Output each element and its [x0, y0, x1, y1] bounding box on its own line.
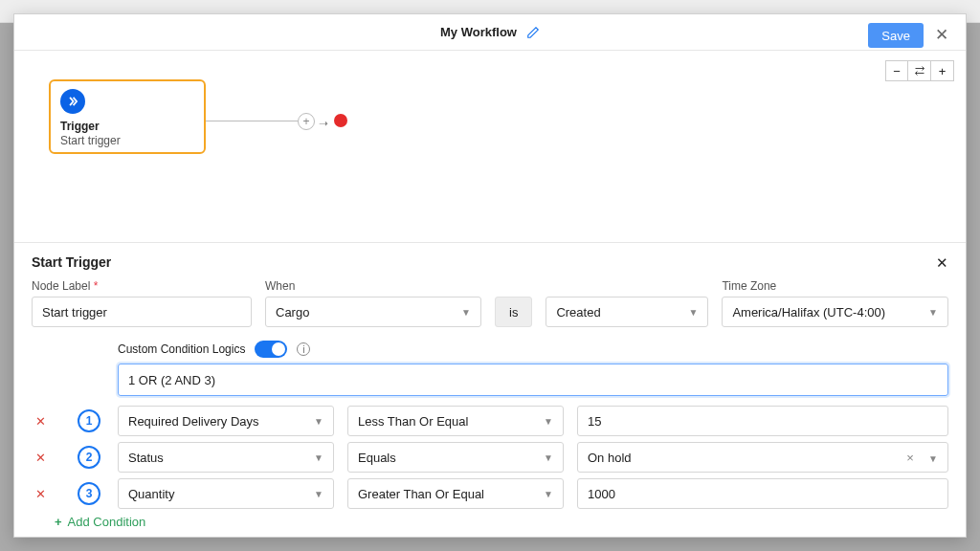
delete-condition-button[interactable]: ✕ [32, 414, 49, 429]
chevron-down-icon: ▼ [314, 416, 323, 427]
save-button[interactable]: Save [868, 23, 924, 48]
is-chip: is [495, 297, 532, 327]
chevron-down-icon: ▼ [928, 307, 938, 318]
config-title: Start Trigger [32, 254, 948, 270]
when-label: When [265, 279, 481, 293]
canvas-toolbar: − + [885, 60, 954, 81]
info-icon[interactable]: i [297, 342, 310, 356]
arrow-icon: ➝ [319, 117, 328, 130]
end-node[interactable] [334, 114, 347, 127]
trigger-node[interactable]: Trigger Start trigger [49, 79, 206, 154]
condition-field-select[interactable]: Quantity▼ [118, 478, 334, 509]
condition-operator-select[interactable]: Equals▼ [347, 442, 564, 473]
condition-row: ✕1Required Delivery Days▼Less Than Or Eq… [32, 406, 948, 436]
delete-condition-button[interactable]: ✕ [32, 487, 49, 501]
chevron-down-icon: ▼ [544, 452, 553, 463]
workflow-editor-modal: My Workflow Save ✕ − + Trigger Start tri… [13, 13, 967, 538]
condition-operator-select[interactable]: Less Than Or Equal▼ [347, 406, 564, 436]
condition-value-input[interactable]: 1000 [577, 478, 948, 509]
config-panel: Start Trigger ✕ Node Label Start trigger… [14, 242, 966, 537]
when-select[interactable]: Cargo▼ [265, 297, 481, 327]
node-label-input[interactable]: Start trigger [32, 297, 252, 327]
close-config-button[interactable]: ✕ [936, 254, 948, 272]
chevron-down-icon: ▼ [314, 452, 323, 463]
add-condition-button[interactable]: + Add Condition [55, 515, 948, 529]
chevron-down-icon: ▼ [544, 416, 553, 427]
node-title: Trigger [60, 120, 194, 133]
logic-expression-input[interactable]: 1 OR (2 AND 3) [118, 364, 948, 396]
edge: + ➝ [206, 116, 368, 127]
chevron-down-icon: ▼ [928, 453, 938, 464]
condition-index-badge: 3 [78, 482, 100, 505]
clear-value-icon[interactable]: × [906, 451, 914, 465]
condition-row: ✕2Status▼Equals▼On hold× ▼ [32, 442, 948, 473]
add-node-button[interactable]: + [298, 113, 315, 130]
fit-view-button[interactable] [908, 60, 931, 81]
zoom-in-button[interactable]: + [931, 60, 954, 81]
timezone-label: Time Zone [722, 279, 948, 293]
chevron-down-icon: ▼ [314, 489, 323, 499]
custom-logic-toggle[interactable] [255, 341, 287, 358]
edit-title-icon[interactable] [526, 26, 540, 39]
chevron-down-icon: ▼ [544, 489, 553, 499]
condition-field-select[interactable]: Required Delivery Days▼ [118, 406, 334, 436]
workflow-title: My Workflow [440, 25, 517, 39]
condition-index-badge: 2 [78, 446, 100, 469]
condition-operator-select[interactable]: Greater Than Or Equal▼ [347, 478, 564, 509]
close-modal-button[interactable]: ✕ [929, 22, 954, 47]
chevron-down-icon: ▼ [461, 307, 471, 318]
condition-index-badge: 1 [78, 409, 100, 432]
zoom-out-button[interactable]: − [885, 60, 908, 81]
node-subtitle: Start trigger [60, 134, 194, 147]
condition-row: ✕3Quantity▼Greater Than Or Equal▼1000 [32, 478, 948, 509]
condition-value-select[interactable]: On hold× ▼ [577, 442, 948, 473]
condition-value-input[interactable]: 15 [577, 406, 948, 436]
trigger-icon [60, 89, 85, 114]
event-select[interactable]: Created▼ [546, 297, 708, 327]
node-label-label: Node Label [32, 279, 252, 293]
modal-header: My Workflow Save ✕ [14, 14, 966, 51]
condition-field-select[interactable]: Status▼ [118, 442, 334, 473]
plus-icon: + [55, 515, 62, 529]
delete-condition-button[interactable]: ✕ [32, 451, 49, 465]
edge-line [206, 121, 298, 121]
workflow-canvas[interactable]: − + Trigger Start trigger + ➝ [14, 51, 966, 242]
timezone-select[interactable]: America/Halifax (UTC-4:00)▼ [722, 297, 948, 327]
chevron-down-icon: ▼ [688, 307, 698, 318]
custom-logic-label: Custom Condition Logics [118, 342, 245, 356]
